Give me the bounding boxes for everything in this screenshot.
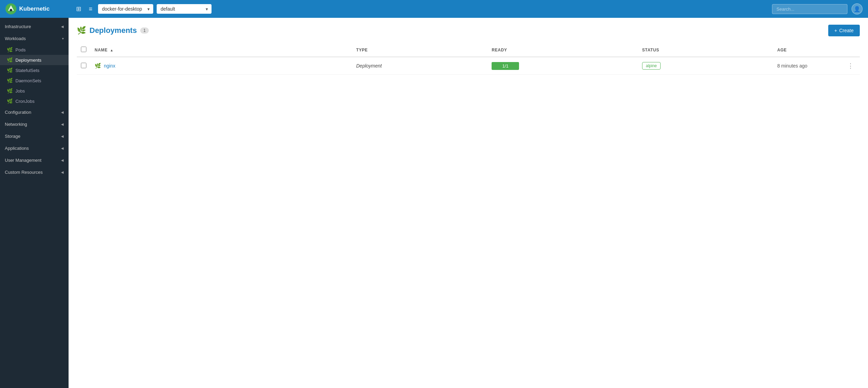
sidebar-section-header-infrastructure[interactable]: Infrastructure ◀ bbox=[0, 21, 69, 33]
td-actions: ⋮ bbox=[841, 57, 860, 75]
main-layout: Infrastructure ◀ Workloads ▾ 🌿 Pods 🌿 De… bbox=[0, 18, 868, 388]
td-age: 8 minutes ago bbox=[773, 57, 841, 75]
th-status-label: STATUS bbox=[642, 48, 659, 52]
topbar-controls: ⊞ ≡ docker-for-desktop default bbox=[74, 4, 768, 14]
sidebar-section-header-applications[interactable]: Applications ◀ bbox=[0, 142, 69, 154]
applications-collapse-icon: ◀ bbox=[61, 146, 64, 150]
td-status: alpine bbox=[638, 57, 773, 75]
th-age: AGE bbox=[773, 43, 841, 57]
sidebar-item-deployments[interactable]: 🌿 Deployments bbox=[0, 55, 69, 65]
pods-icon: 🌿 bbox=[7, 47, 13, 52]
deployments-table-container: NAME ▲ TYPE READY STATUS A bbox=[77, 43, 860, 75]
create-button[interactable]: + Create bbox=[828, 25, 860, 36]
cronjobs-label: CronJobs bbox=[15, 99, 35, 104]
row-age: 8 minutes ago bbox=[777, 63, 807, 69]
statefulsets-icon: 🌿 bbox=[7, 68, 13, 73]
sidebar-section-storage: Storage ◀ bbox=[0, 130, 69, 142]
sidebar-item-jobs[interactable]: 🌿 Jobs bbox=[0, 86, 69, 96]
th-type-label: TYPE bbox=[356, 48, 368, 52]
sidebar-section-header-networking[interactable]: Networking ◀ bbox=[0, 118, 69, 130]
sidebar-section-header-custom-resources[interactable]: Custom Resources ◀ bbox=[0, 166, 69, 178]
row-name-icon: 🌿 bbox=[95, 63, 101, 69]
infrastructure-label: Infrastructure bbox=[5, 24, 31, 29]
cronjobs-icon: 🌿 bbox=[7, 98, 13, 104]
th-type: TYPE bbox=[352, 43, 487, 57]
brand-logo bbox=[5, 3, 16, 14]
grid-icon-button[interactable]: ⊞ bbox=[74, 4, 83, 14]
daemonsets-label: DaemonSets bbox=[15, 78, 41, 83]
page-header: 🌿 Deployments 1 + Create bbox=[77, 25, 860, 36]
jobs-icon: 🌿 bbox=[7, 88, 13, 94]
custom-resources-collapse-icon: ◀ bbox=[61, 170, 64, 174]
user-icon: 👤 bbox=[854, 6, 860, 12]
sidebar-item-statefulsets[interactable]: 🌿 StatefulSets bbox=[0, 65, 69, 75]
sidebar-section-header-user-management[interactable]: User Management ◀ bbox=[0, 154, 69, 166]
brand-name: Kubernetic bbox=[19, 5, 50, 12]
search-wrapper bbox=[772, 4, 847, 14]
search-input[interactable] bbox=[772, 4, 847, 14]
th-ready: READY bbox=[487, 43, 638, 57]
deployments-table: NAME ▲ TYPE READY STATUS A bbox=[77, 43, 860, 75]
sidebar-item-daemonsets[interactable]: 🌿 DaemonSets bbox=[0, 75, 69, 86]
configuration-collapse-icon: ◀ bbox=[61, 110, 64, 114]
workloads-label: Workloads bbox=[5, 36, 26, 41]
th-name: NAME ▲ bbox=[91, 43, 352, 57]
menu-icon: ≡ bbox=[89, 5, 93, 12]
statefulsets-label: StatefulSets bbox=[15, 68, 39, 73]
select-all-checkbox[interactable] bbox=[81, 47, 86, 52]
td-name: 🌿 nginx bbox=[91, 57, 352, 75]
jobs-label: Jobs bbox=[15, 88, 25, 94]
th-checkbox bbox=[77, 43, 91, 57]
cluster-select-wrapper: docker-for-desktop bbox=[98, 4, 153, 14]
sidebar-section-header-storage[interactable]: Storage ◀ bbox=[0, 130, 69, 142]
td-type: Deployment bbox=[352, 57, 487, 75]
table-header-row: NAME ▲ TYPE READY STATUS A bbox=[77, 43, 860, 57]
topbar: Kubernetic ⊞ ≡ docker-for-desktop defaul… bbox=[0, 0, 868, 18]
storage-label: Storage bbox=[5, 134, 21, 139]
grid-icon: ⊞ bbox=[76, 5, 81, 12]
menu-icon-button[interactable]: ≡ bbox=[87, 4, 95, 14]
user-management-collapse-icon: ◀ bbox=[61, 158, 64, 162]
page-title-icon: 🌿 bbox=[77, 26, 86, 35]
row-actions-button[interactable]: ⋮ bbox=[845, 61, 856, 70]
topbar-right: 👤 bbox=[772, 3, 863, 14]
th-name-label: NAME bbox=[95, 48, 108, 52]
sidebar-section-applications: Applications ◀ bbox=[0, 142, 69, 154]
pods-label: Pods bbox=[15, 47, 26, 52]
networking-collapse-icon: ◀ bbox=[61, 122, 64, 126]
row-name-link[interactable]: nginx bbox=[104, 63, 115, 69]
th-status: STATUS bbox=[638, 43, 773, 57]
namespace-select[interactable]: default bbox=[157, 4, 212, 14]
sidebar-section-workloads: Workloads ▾ 🌿 Pods 🌿 Deployments 🌿 State… bbox=[0, 33, 69, 106]
namespace-select-wrapper: default bbox=[157, 4, 212, 14]
td-checkbox bbox=[77, 57, 91, 75]
sidebar-item-pods[interactable]: 🌿 Pods bbox=[0, 45, 69, 55]
sidebar-section-networking: Networking ◀ bbox=[0, 118, 69, 130]
sidebar-item-cronjobs[interactable]: 🌿 CronJobs bbox=[0, 96, 69, 106]
storage-collapse-icon: ◀ bbox=[61, 134, 64, 138]
sidebar-section-infrastructure: Infrastructure ◀ bbox=[0, 21, 69, 33]
user-management-label: User Management bbox=[5, 158, 41, 163]
sidebar-section-user-management: User Management ◀ bbox=[0, 154, 69, 166]
networking-label: Networking bbox=[5, 122, 27, 127]
th-age-label: AGE bbox=[777, 48, 787, 52]
table-row: 🌿 nginx Deployment 1/1 alpine bbox=[77, 57, 860, 75]
sidebar-section-header-workloads[interactable]: Workloads ▾ bbox=[0, 33, 69, 45]
sidebar: Infrastructure ◀ Workloads ▾ 🌿 Pods 🌿 De… bbox=[0, 18, 69, 388]
row-checkbox[interactable] bbox=[81, 63, 86, 68]
sidebar-section-header-configuration[interactable]: Configuration ◀ bbox=[0, 106, 69, 118]
cluster-select[interactable]: docker-for-desktop bbox=[98, 4, 153, 14]
th-actions bbox=[841, 43, 860, 57]
page-title: Deployments bbox=[89, 26, 137, 35]
svg-point-1 bbox=[10, 9, 12, 11]
td-ready: 1/1 bbox=[487, 57, 638, 75]
deployments-label: Deployments bbox=[15, 58, 41, 63]
create-plus-icon: + bbox=[834, 28, 837, 33]
applications-label: Applications bbox=[5, 146, 29, 151]
td-name-content: 🌿 nginx bbox=[95, 63, 348, 69]
daemonsets-icon: 🌿 bbox=[7, 78, 13, 83]
th-ready-label: READY bbox=[492, 48, 507, 52]
status-badge: alpine bbox=[642, 62, 661, 70]
row-type: Deployment bbox=[356, 63, 382, 69]
user-avatar[interactable]: 👤 bbox=[852, 3, 863, 14]
